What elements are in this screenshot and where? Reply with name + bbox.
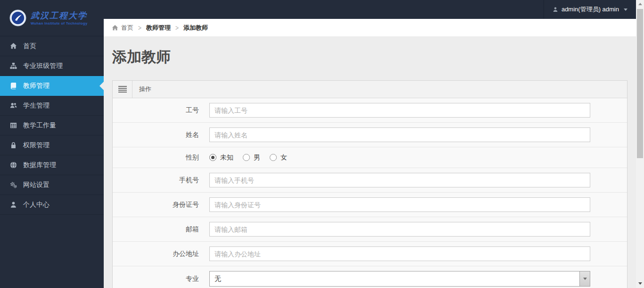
gender-option-female[interactable]: 女 bbox=[270, 153, 287, 162]
form-row-phone: 手机号 bbox=[113, 168, 627, 193]
add-teacher-form: 工号 姓名 性别 未知 bbox=[113, 98, 627, 288]
form-row-email: 邮箱 bbox=[113, 217, 627, 242]
major-label: 专业 bbox=[113, 275, 199, 283]
gears-icon bbox=[9, 181, 17, 189]
lock-icon bbox=[9, 142, 17, 149]
breadcrumb-teacher-mgmt[interactable]: 教师管理 bbox=[146, 24, 171, 32]
sidebar-item-student-mgmt[interactable]: 学生管理 bbox=[0, 96, 104, 116]
phone-label: 手机号 bbox=[113, 176, 199, 185]
book-icon bbox=[9, 82, 17, 90]
gender-option-unknown[interactable]: 未知 bbox=[209, 153, 233, 162]
panel-header: 操作 bbox=[113, 81, 627, 98]
sidebar-item-label: 专业班级管理 bbox=[23, 62, 63, 70]
office-address-label: 办公地址 bbox=[113, 250, 199, 258]
globe-icon bbox=[9, 161, 17, 169]
form-row-name: 姓名 bbox=[113, 123, 627, 147]
user-menu-label: admin(管理员) admin bbox=[561, 5, 619, 14]
sidebar-item-label: 学生管理 bbox=[23, 102, 50, 110]
content-area: 添加教师 操作 工号 姓名 bbox=[104, 36, 636, 288]
gender-option-label: 男 bbox=[254, 153, 260, 162]
panel-collapse-button[interactable] bbox=[113, 81, 132, 98]
gender-option-male[interactable]: 男 bbox=[243, 153, 260, 162]
sidebar-item-label: 首页 bbox=[23, 42, 36, 51]
sidebar-item-label: 个人中心 bbox=[23, 201, 50, 209]
sidebar-item-permission-mgmt[interactable]: 权限管理 bbox=[0, 136, 104, 155]
breadcrumb-current-page: 添加教师 bbox=[183, 24, 208, 32]
user-avatar-icon bbox=[553, 7, 558, 12]
phone-input[interactable] bbox=[209, 173, 590, 187]
sidebar-item-teacher-mgmt[interactable]: 教师管理 bbox=[0, 76, 104, 96]
sidebar-item-label: 数据库管理 bbox=[23, 161, 56, 169]
chevron-down-icon bbox=[624, 8, 627, 11]
email-label: 邮箱 bbox=[113, 225, 199, 234]
sidebar: 武汉工程大学 Wuhan Institute of Technology 首页 … bbox=[0, 0, 104, 288]
brand-logo[interactable]: 武汉工程大学 Wuhan Institute of Technology bbox=[0, 0, 104, 36]
form-panel: 操作 工号 姓名 性别 bbox=[112, 80, 627, 288]
major-select-value: 无 bbox=[210, 275, 221, 283]
id-card-input[interactable] bbox=[209, 197, 590, 212]
user-menu-dropdown[interactable]: admin(管理员) admin bbox=[544, 0, 636, 19]
id-card-label: 身份证号 bbox=[113, 201, 199, 209]
form-row-gender: 性别 未知 男 女 bbox=[113, 147, 627, 168]
radio-unchecked-icon bbox=[243, 154, 250, 161]
sidebar-item-profile-center[interactable]: 个人中心 bbox=[0, 195, 104, 215]
university-name-cn: 武汉工程大学 bbox=[31, 11, 87, 20]
gender-option-label: 女 bbox=[281, 153, 287, 162]
page-title: 添加教师 bbox=[112, 48, 627, 66]
arrow-down-icon bbox=[638, 282, 642, 285]
select-dropdown-button[interactable] bbox=[579, 271, 590, 286]
form-row-id-card: 身份证号 bbox=[113, 193, 627, 217]
university-name-en: Wuhan Institute of Technology bbox=[31, 21, 87, 25]
scroll-down-button[interactable] bbox=[636, 280, 644, 288]
sidebar-item-label: 网站设置 bbox=[23, 181, 50, 189]
user-icon bbox=[9, 201, 17, 209]
sidebar-item-database-mgmt[interactable]: 数据库管理 bbox=[0, 155, 104, 175]
sidebar-item-site-settings[interactable]: 网站设置 bbox=[0, 175, 104, 195]
table-icon bbox=[9, 122, 17, 129]
gender-radio-group: 未知 男 女 bbox=[209, 152, 297, 163]
screen: 武汉工程大学 Wuhan Institute of Technology 首页 … bbox=[0, 0, 644, 288]
arrow-up-icon bbox=[638, 3, 642, 5]
radio-checked-icon bbox=[209, 154, 216, 161]
users-icon bbox=[9, 102, 17, 110]
chevron-right-icon: > bbox=[175, 24, 179, 32]
topbar: admin(管理员) admin bbox=[104, 0, 636, 19]
home-icon bbox=[9, 42, 17, 50]
name-input[interactable] bbox=[209, 127, 590, 142]
breadcrumb: 首页 > 教师管理 > 添加教师 bbox=[104, 19, 636, 36]
chevron-right-icon: > bbox=[138, 24, 141, 32]
radio-unchecked-icon bbox=[270, 154, 277, 161]
email-field[interactable] bbox=[209, 222, 590, 237]
hamburger-icon bbox=[118, 86, 127, 93]
gender-option-label: 未知 bbox=[220, 153, 233, 162]
breadcrumb-home-label: 首页 bbox=[121, 24, 133, 32]
scrollbar-thumb[interactable] bbox=[637, 9, 643, 158]
sidebar-item-teaching-workload[interactable]: 教学工作量 bbox=[0, 116, 104, 136]
scroll-up-button[interactable] bbox=[636, 0, 644, 8]
office-address-input[interactable] bbox=[209, 246, 590, 261]
sidebar-item-label: 教师管理 bbox=[23, 82, 50, 90]
name-label: 姓名 bbox=[113, 131, 199, 139]
employee-id-label: 工号 bbox=[113, 106, 199, 115]
brand-text: 武汉工程大学 Wuhan Institute of Technology bbox=[31, 11, 87, 25]
vertical-scrollbar[interactable] bbox=[636, 0, 644, 288]
chevron-down-icon bbox=[583, 278, 587, 280]
gender-label: 性别 bbox=[113, 153, 199, 162]
sidebar-item-label: 权限管理 bbox=[23, 141, 50, 150]
sidebar-menu: 首页 专业班级管理 教师管理 学生管理 bbox=[0, 36, 104, 215]
major-select[interactable]: 无 bbox=[209, 271, 590, 287]
employee-id-input[interactable] bbox=[209, 103, 590, 118]
home-icon bbox=[112, 25, 118, 31]
form-row-employee-id: 工号 bbox=[113, 98, 627, 123]
breadcrumb-home-link[interactable]: 首页 bbox=[112, 24, 133, 32]
sidebar-item-label: 教学工作量 bbox=[23, 121, 56, 130]
sidebar-item-home[interactable]: 首页 bbox=[0, 36, 104, 56]
panel-header-label: 操作 bbox=[132, 81, 151, 98]
sidebar-item-major-class-mgmt[interactable]: 专业班级管理 bbox=[0, 56, 104, 76]
main-area: admin(管理员) admin 首页 > 教师管理 > 添加教师 添加教师 bbox=[104, 0, 636, 288]
form-row-office-address: 办公地址 bbox=[113, 242, 627, 266]
form-row-major: 专业 无 bbox=[113, 266, 627, 288]
university-emblem-icon bbox=[9, 9, 26, 26]
sitemap-icon bbox=[9, 62, 17, 70]
